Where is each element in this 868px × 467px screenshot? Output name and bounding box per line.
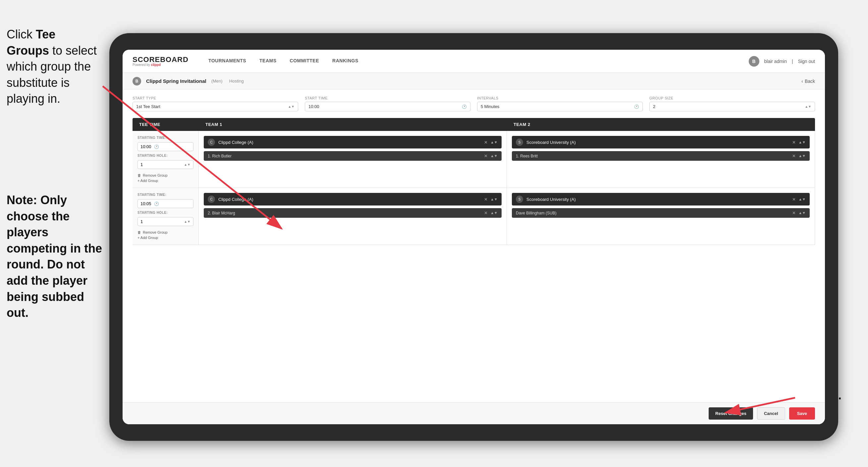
team1-arrows-row1[interactable]: ▲▼ [490, 141, 498, 144]
player2-name-row2: Dave Billingham (SUB) [516, 211, 789, 215]
col-header-team1: Team 1 [199, 118, 507, 131]
team1-cell-row1: C Clippd College (A) ✕ ▲▼ 1. Rich Butler… [199, 131, 507, 187]
start-time-group: Start Time 10:00 🕐 [305, 96, 470, 111]
settings-row: Start Type 1st Tee Start ▲▼ Start Time 1… [132, 96, 815, 111]
logo-powered: Powered by clippd [132, 63, 188, 67]
save-button[interactable]: Save [789, 407, 815, 419]
nav-links: TOURNAMENTS TEAMS COMMITTEE RANKINGS [202, 50, 749, 73]
player2-arrows-row1[interactable]: ▲▼ [799, 154, 806, 157]
nav-signout[interactable]: Sign out [798, 59, 815, 64]
instruction-text: Click Tee Groups to select which group t… [0, 27, 106, 107]
player1-entry-row1: 1. Rich Butler ✕ ▲▼ [204, 151, 502, 161]
team1-cell-row2: C Clippd College (A) ✕ ▲▼ 2. Blair McHar… [199, 188, 507, 244]
team1-name-row1: Clippd College (A) [218, 140, 481, 145]
player2-x-row2[interactable]: ✕ [792, 210, 796, 215]
hole-arrow-1: ▲▼ [184, 163, 190, 166]
tee-clock-icon-1: 🕐 [154, 145, 159, 149]
team1-name-row2: Clippd College (A) [218, 197, 481, 202]
team2-entry-row1[interactable]: S Scoreboard University (A) ✕ ▲▼ [512, 136, 810, 148]
tablet-frame: SCOREBOARD Powered by clippd TOURNAMENTS… [109, 33, 838, 441]
nav-teams[interactable]: TEAMS [253, 50, 283, 73]
tee-hole-input-1[interactable]: 1 ▲▼ [137, 160, 193, 169]
player1-actions-row2: ✕ ▲▼ [484, 210, 498, 215]
player2-arrows-row2[interactable]: ▲▼ [799, 211, 806, 214]
team1-x-row1[interactable]: ✕ [484, 140, 488, 145]
back-label: Back [805, 79, 815, 84]
team2-actions-row2: ✕ ▲▼ [792, 197, 806, 202]
player1-actions-row1: ✕ ▲▼ [484, 153, 498, 158]
team1-entry-row2[interactable]: C Clippd College (A) ✕ ▲▼ [204, 193, 502, 205]
cancel-button[interactable]: Cancel [757, 407, 785, 419]
breadcrumb-icon: B [132, 77, 141, 86]
team1-entry-row1[interactable]: C Clippd College (A) ✕ ▲▼ [204, 136, 502, 148]
tee-actions-1: 🗑 Remove Group + Add Group [137, 173, 193, 183]
team1-actions-row1: ✕ ▲▼ [484, 140, 498, 145]
breadcrumb-hosting: Hosting [229, 79, 244, 84]
tee-hole-input-2[interactable]: 1 ▲▼ [137, 217, 193, 226]
add-group-btn-1[interactable]: + Add Group [137, 179, 193, 183]
team2-x-row1[interactable]: ✕ [792, 140, 796, 145]
starting-time-label-2: STARTING TIME: [137, 193, 193, 197]
team2-entry-row2[interactable]: S Scoreboard University (A) ✕ ▲▼ [512, 193, 810, 205]
nav-tournaments[interactable]: TOURNAMENTS [202, 50, 253, 73]
team2-arrows-row2[interactable]: ▲▼ [799, 198, 806, 201]
team1-x-row2[interactable]: ✕ [484, 197, 488, 202]
nav-user: B blair admin | Sign out [749, 56, 815, 67]
back-button[interactable]: ‹ Back [801, 79, 815, 84]
player1-entry-row2: 2. Blair McHarg ✕ ▲▼ [204, 208, 502, 218]
team2-cell-row1: S Scoreboard University (A) ✕ ▲▼ 1. Rees… [507, 131, 815, 187]
group-size-input[interactable]: 2 ▲▼ [649, 102, 815, 111]
player1-x-row1[interactable]: ✕ [484, 153, 488, 158]
starting-hole-label-1: STARTING HOLE: [137, 154, 193, 157]
player2-entry-row1: 1. Rees Britt ✕ ▲▼ [512, 151, 810, 161]
tee-left-2: STARTING TIME: 10:05 🕐 STARTING HOLE: 1 … [132, 188, 199, 244]
player2-entry-row2: Dave Billingham (SUB) ✕ ▲▼ [512, 208, 810, 218]
start-type-select[interactable]: 1st Tee Start ▲▼ [132, 102, 298, 111]
logo-area: SCOREBOARD Powered by clippd [132, 56, 188, 67]
player2-actions-row1: ✕ ▲▼ [792, 153, 806, 158]
starting-hole-label-2: STARTING HOLE: [137, 211, 193, 214]
tee-table-header: Tee Time Team 1 Team 2 [132, 118, 815, 131]
team2-x-row2[interactable]: ✕ [792, 197, 796, 202]
player2-name-row1: 1. Rees Britt [516, 154, 789, 158]
player1-name-row1: 1. Rich Butler [208, 154, 481, 158]
logo-clippd: clippd [151, 63, 161, 67]
intervals-group: Intervals 5 Minutes 🕐 [477, 96, 643, 111]
breadcrumb-title: Clippd Spring Invitational [146, 78, 207, 84]
add-group-btn-2[interactable]: + Add Group [137, 236, 193, 240]
clock-icon: 🕐 [462, 105, 467, 109]
logo-scoreboard: SCOREBOARD [132, 56, 188, 63]
remove-group-btn-1[interactable]: 🗑 Remove Group [137, 173, 193, 177]
tee-left-1: STARTING TIME: 10:00 🕐 STARTING HOLE: 1 … [132, 131, 199, 187]
team1-arrows-row2[interactable]: ▲▼ [490, 198, 498, 201]
intervals-select[interactable]: 5 Minutes 🕐 [477, 102, 643, 111]
team2-name-row1: Scoreboard University (A) [526, 140, 789, 145]
tee-time-input-2[interactable]: 10:05 🕐 [137, 199, 193, 208]
intervals-clock-icon: 🕐 [634, 105, 639, 109]
start-type-arrow: ▲▼ [288, 105, 294, 108]
team2-name-row2: Scoreboard University (A) [526, 197, 789, 202]
nav-rankings[interactable]: RANKINGS [326, 50, 365, 73]
group-size-label: Group Size [649, 96, 815, 100]
tee-time-input-1[interactable]: 10:00 🕐 [137, 142, 193, 151]
team2-cell-row2: S Scoreboard University (A) ✕ ▲▼ Dave Bi… [507, 188, 815, 244]
tee-row-1: STARTING TIME: 10:00 🕐 STARTING HOLE: 1 … [132, 131, 815, 188]
remove-icon-2: 🗑 [137, 230, 141, 234]
breadcrumb-bar: B Clippd Spring Invitational (Men) Hosti… [123, 73, 825, 89]
player1-arrows-row2[interactable]: ▲▼ [490, 211, 498, 214]
col-header-team2: Team 2 [507, 118, 815, 131]
remove-group-btn-2[interactable]: 🗑 Remove Group [137, 230, 193, 234]
nav-committee[interactable]: COMMITTEE [283, 50, 326, 73]
team1-icon-row1: C [208, 139, 215, 146]
start-type-group: Start Type 1st Tee Start ▲▼ [132, 96, 298, 111]
player1-arrows-row1[interactable]: ▲▼ [490, 154, 498, 157]
reset-changes-button[interactable]: Reset Changes [709, 407, 753, 419]
player2-x-row1[interactable]: ✕ [792, 153, 796, 158]
start-time-input[interactable]: 10:00 🕐 [305, 102, 470, 111]
col-header-teetime: Tee Time [132, 118, 199, 131]
nav-separator: | [792, 59, 793, 64]
team2-arrows-row1[interactable]: ▲▼ [799, 141, 806, 144]
player1-x-row2[interactable]: ✕ [484, 210, 488, 215]
breadcrumb-left: B Clippd Spring Invitational (Men) Hosti… [132, 77, 244, 86]
breadcrumb-subtitle: (Men) [211, 79, 223, 84]
